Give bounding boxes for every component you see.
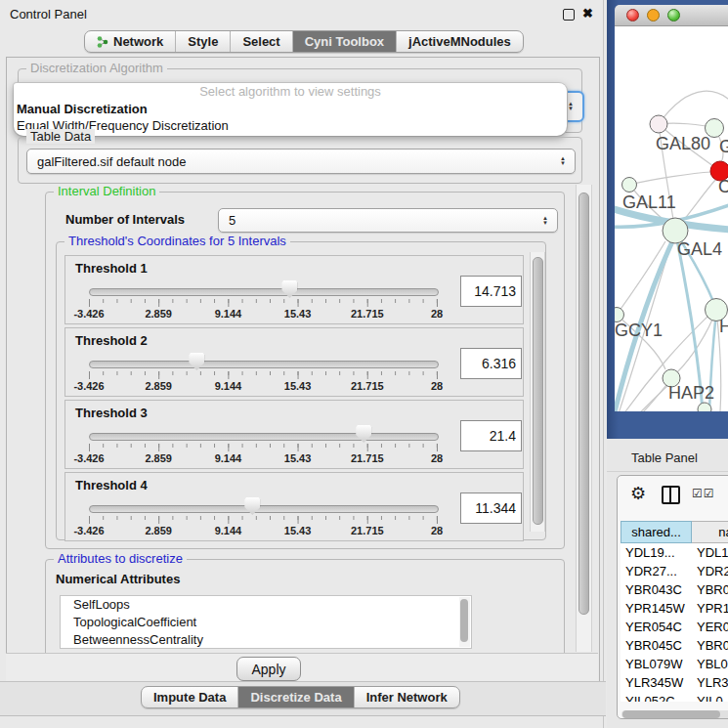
table-cell[interactable]: YLR345W (621, 675, 692, 690)
slider-track[interactable] (89, 433, 439, 441)
slider-track[interactable] (89, 361, 439, 368)
attribute-item-topologicalcoefficient[interactable]: TopologicalCoefficient (61, 614, 471, 631)
tab-discretize-data[interactable]: Discretize Data (238, 687, 354, 707)
slider-major-ticks (89, 444, 438, 451)
table-cell[interactable]: YBL079W (621, 657, 692, 671)
node-gal80[interactable] (650, 115, 667, 133)
tick-label: 28 (431, 452, 443, 464)
tick-label: 2.859 (145, 308, 172, 320)
table-cell[interactable]: YDL19... (621, 545, 692, 560)
group-title: Threshold's Coordinates for 5 Intervals (64, 234, 290, 248)
table-row[interactable]: YBR045CYBR0 (621, 636, 728, 655)
spinner-icon: ▲▼ (568, 102, 574, 111)
spinner-icon: ▲▼ (560, 156, 566, 166)
table-cell[interactable]: YBR043C (621, 582, 692, 597)
tick-label: 28 (431, 308, 443, 320)
tab-jactivemnodules[interactable]: jActiveMNodules (397, 31, 523, 52)
tab-label: Impute Data (153, 690, 226, 705)
table-cell[interactable]: YER0 (692, 620, 728, 634)
number-of-intervals-combobox[interactable]: 5 ▲▼ (218, 208, 558, 233)
table-cell[interactable]: YIL0 (692, 694, 723, 702)
attribute-item-selfloops[interactable]: SelfLoops (61, 596, 471, 614)
table-row[interactable]: YBR043CYBR0 (621, 580, 728, 599)
divider (607, 471, 728, 472)
table-row[interactable]: YIL052CYIL0 (621, 692, 728, 702)
threshold-value-field[interactable] (460, 348, 522, 379)
table-data-combobox[interactable]: galFiltered.sif default node ▲▼ (26, 149, 576, 174)
table-cell[interactable]: YER054C (621, 620, 692, 634)
tick-label: 2.859 (145, 380, 172, 392)
table-row[interactable]: YDL19...YDL1 (621, 543, 728, 562)
minimize-traffic-light-icon[interactable] (647, 9, 660, 21)
table-row[interactable]: YPR145WYPR1 (621, 599, 728, 618)
node-gal11[interactable] (622, 178, 637, 193)
threshold-slider[interactable]: -3.4262.8599.14415.4321.71528 (89, 279, 437, 321)
gear-icon[interactable]: ⚙ (630, 483, 646, 504)
panel-scrollbar[interactable] (576, 185, 592, 652)
tab-label: Discretize Data (250, 690, 341, 705)
threshold-value-field[interactable] (460, 492, 522, 524)
tab-cyni-toolbox[interactable]: Cyni Toolbox (293, 31, 397, 52)
algorithm-dropdown-popup: Select algorithm to view settings Manual… (14, 83, 567, 136)
tab-style[interactable]: Style (176, 31, 231, 52)
tick-label: 2.859 (145, 525, 172, 536)
tick-label: 15.43 (284, 308, 312, 320)
threshold-slider[interactable]: -3.4262.8599.14415.4321.71528 (89, 352, 437, 393)
slider-track[interactable] (89, 288, 439, 296)
table-rows: YDL19...YDL1YDR27...YDR2YBR043CYBR0YPR14… (621, 543, 728, 702)
float-window-icon[interactable] (563, 9, 575, 21)
columns-icon[interactable] (662, 486, 680, 504)
table-cell[interactable]: YPR145W (621, 601, 692, 616)
threshold-value-field[interactable] (460, 420, 522, 451)
close-icon[interactable]: ✖ (582, 6, 593, 21)
tab-network[interactable]: Network (85, 31, 176, 52)
column-header-name[interactable]: na (692, 521, 728, 543)
close-traffic-light-icon[interactable] (626, 9, 639, 21)
threshold-slider[interactable]: -3.4262.8599.14415.4321.71528 (89, 496, 437, 537)
column-header-shared-name[interactable]: shared... (621, 521, 692, 543)
algorithm-option-manual-discretization[interactable]: Manual Discretization (14, 101, 567, 117)
table-row[interactable]: YLR345WYLR3 (621, 673, 728, 692)
tick-label: 9.144 (215, 525, 242, 536)
slider-tick-labels: -3.4262.8599.14415.4321.71528 (89, 452, 437, 465)
table-cell[interactable]: YDR2 (692, 564, 728, 578)
checkbox-icons[interactable]: ☑☑ (692, 487, 715, 500)
table-cell[interactable]: YBR0 (692, 638, 728, 653)
table-cell[interactable]: YDR27... (621, 564, 692, 578)
table-row[interactable]: YER054CYER0 (621, 618, 728, 636)
algorithm-option-equal-width-frequency-discretization[interactable]: Equal Width/Frequency Discretization (14, 117, 567, 134)
threshold-label: Threshold 4 (75, 478, 148, 492)
network-canvas[interactable]: GAL80 GA C GAL11 GAL4 GCY1 H HAP2 (615, 26, 728, 411)
node-partial-bottom[interactable] (698, 403, 711, 411)
algorithm-prompt: Select algorithm to view settings (14, 83, 567, 101)
table-row[interactable]: YBL079WYBL0 (621, 655, 728, 673)
table-cell[interactable]: YLR3 (692, 675, 728, 690)
table-cell[interactable]: YBL0 (692, 657, 728, 671)
tab-select[interactable]: Select (231, 31, 292, 52)
table-cell[interactable]: YPR1 (692, 601, 728, 616)
threshold-value-field[interactable] (460, 276, 522, 307)
tab-label: jActiveMNodules (408, 34, 511, 49)
table-cell[interactable]: YDL1 (692, 545, 728, 560)
slider-track[interactable] (89, 505, 439, 513)
algorithm-options-list: Manual DiscretizationEqual Width/Frequen… (14, 101, 567, 134)
zoom-traffic-light-icon[interactable] (667, 9, 680, 21)
numerical-attributes-label: Numerical Attributes (56, 572, 180, 586)
attribute-item-betweennesscentrality[interactable]: BetweennessCentrality (61, 631, 471, 649)
threshold-slider[interactable]: -3.4262.8599.14415.4321.71528 (89, 424, 437, 465)
numerical-attributes-list[interactable]: SelfLoopsTopologicalCoefficientBetweenne… (60, 595, 472, 649)
table-cell[interactable]: YBR0 (692, 582, 728, 597)
thresholds-group: Threshold's Coordinates for 5 Intervals … (56, 241, 546, 540)
table-cell[interactable]: YIL052C (621, 694, 692, 702)
node-label-gal4: GAL4 (677, 239, 722, 259)
network-window-titlebar[interactable] (615, 5, 728, 26)
table-cell[interactable]: YBR045C (621, 638, 692, 653)
apply-button[interactable]: Apply (236, 657, 301, 681)
table-horizontal-scrollbar[interactable] (621, 710, 728, 718)
tab-impute-data[interactable]: Impute Data (142, 687, 238, 707)
node-label-partial-mid: C (718, 177, 728, 196)
tab-infer-network[interactable]: Infer Network (355, 687, 459, 707)
attributes-scrollbar[interactable] (459, 597, 470, 647)
table-row[interactable]: YDR27...YDR2 (621, 562, 728, 580)
thresholds-scrollbar[interactable] (530, 252, 545, 532)
